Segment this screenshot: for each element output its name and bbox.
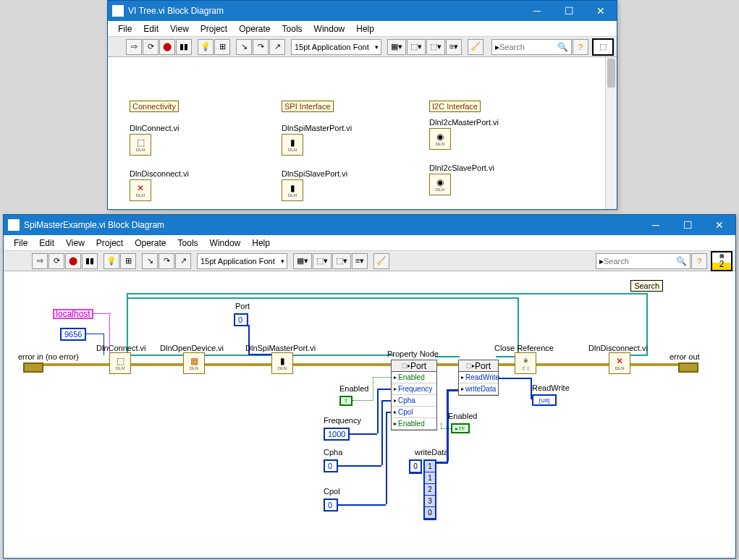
vi-dlnspimasterport[interactable]: ▮DLN [271, 352, 293, 374]
array-writedata[interactable]: 1 1 2 3 0 [423, 459, 436, 520]
align-button[interactable]: ▦▾ [293, 253, 312, 269]
constant-cpha[interactable]: 0 [324, 459, 338, 472]
step-out-button[interactable]: ↗ [175, 253, 191, 269]
constant-frequency[interactable]: 1000 [324, 428, 350, 441]
highlight-button[interactable]: 💡 [198, 39, 214, 55]
reorder-button[interactable]: ≡▾ [352, 253, 368, 269]
menu-edit[interactable]: Edit [138, 22, 164, 35]
vi-dlnconnect[interactable]: ⬚DLN [109, 352, 131, 374]
menu-file[interactable]: File [112, 22, 138, 35]
indicator-enabled[interactable]: ▸TF [451, 423, 470, 433]
prop-cpha[interactable]: Cpha [392, 395, 436, 407]
step-over-button[interactable]: ↷ [253, 39, 269, 55]
menu-window[interactable]: Window [308, 22, 351, 35]
vi-dlnconnect[interactable]: ⬚DLN [130, 134, 151, 156]
prop-enabled[interactable]: Enabled [392, 372, 436, 383]
constant-cpol[interactable]: 0 [324, 499, 338, 512]
run-button[interactable]: ⇨ [126, 39, 142, 55]
search-input[interactable] [604, 257, 676, 266]
search-box[interactable]: ▸🔍 [491, 39, 572, 55]
menu-operate[interactable]: Operate [233, 22, 276, 35]
prop-enabled2[interactable]: Enabled [392, 418, 436, 430]
menu-edit[interactable]: Edit [33, 237, 60, 250]
icon-editor[interactable]: ▦2 [711, 251, 732, 271]
menu-window[interactable]: Window [204, 237, 247, 250]
vi-spimasterport[interactable]: ▮DLN [282, 134, 303, 156]
titlebar[interactable]: ⬚ VI Tree.vi Block Diagram ─ ☐ ✕ [108, 1, 617, 21]
icon-editor[interactable]: ⬚ [592, 38, 614, 56]
cleanup-button[interactable]: 🧹 [373, 253, 389, 269]
step-in-button[interactable]: ↘ [142, 253, 158, 269]
align-button[interactable]: ▦▾ [387, 39, 406, 55]
run-cont-button[interactable]: ⟳ [143, 39, 159, 55]
scrollbar-thumb[interactable] [607, 59, 615, 88]
menu-project[interactable]: Project [195, 22, 233, 35]
retain-button[interactable]: ⊞ [214, 39, 230, 55]
search-box[interactable]: ▸🔍 [596, 253, 691, 269]
menu-project[interactable]: Project [90, 237, 129, 250]
menu-view[interactable]: View [164, 22, 195, 35]
resize-button[interactable]: ⬚▾ [332, 253, 351, 269]
maximize-button[interactable]: ☐ [553, 1, 585, 21]
run-cont-button[interactable]: ⟳ [48, 253, 64, 269]
vi-dlndisconnect[interactable]: ✕DLN [609, 352, 630, 374]
indicator-readwrite[interactable]: [U8] [532, 394, 557, 406]
constant-port[interactable]: 0 [234, 313, 248, 326]
vi-dlnopendevice[interactable]: ▦DLN [183, 352, 205, 374]
resize-button[interactable]: ⬚▾ [426, 39, 445, 55]
menu-file[interactable]: File [8, 237, 33, 250]
constant-localhost[interactable]: localhost [53, 309, 93, 319]
distribute-button[interactable]: ⬚▾ [313, 253, 332, 269]
pause-button[interactable]: ▮▮ [82, 253, 98, 269]
menu-help[interactable]: Help [350, 22, 380, 35]
distribute-button[interactable]: ⬚▾ [407, 39, 426, 55]
prop-frequency[interactable]: Frequency [392, 383, 436, 395]
minimize-button[interactable]: ─ [640, 215, 672, 235]
pause-button[interactable]: ▮▮ [176, 39, 192, 55]
menu-tools[interactable]: Tools [276, 22, 308, 35]
abort-button[interactable]: ⬤ [65, 253, 81, 269]
menu-help[interactable]: Help [246, 237, 276, 250]
menu-operate[interactable]: Operate [129, 237, 172, 250]
titlebar[interactable]: ⬚ SpiMasterExample.vi Block Diagram ─ ☐ … [4, 215, 735, 235]
scrollbar-vertical[interactable] [605, 57, 617, 209]
block-diagram-canvas[interactable]: Search localhost 9656 error in (no error… [4, 271, 735, 558]
terminal-error-in[interactable] [23, 362, 43, 373]
close-button[interactable]: ✕ [585, 1, 617, 21]
help-button[interactable]: ? [691, 253, 707, 269]
wire [386, 412, 387, 504]
cleanup-button[interactable]: 🧹 [468, 39, 483, 55]
search-input[interactable] [499, 43, 557, 51]
abort-button[interactable]: ⬤ [159, 39, 175, 55]
prop-cpol[interactable]: Cpol [392, 407, 436, 418]
minimize-button[interactable]: ─ [521, 1, 553, 21]
step-over-button[interactable]: ↷ [159, 253, 174, 269]
font-selector[interactable]: 15pt Application Font [291, 39, 381, 55]
run-button[interactable]: ⇨ [32, 253, 48, 269]
font-selector[interactable]: 15pt Application Font [197, 253, 287, 269]
highlight-button[interactable]: 💡 [104, 253, 119, 269]
close-button[interactable]: ✕ [704, 215, 735, 235]
constant-9656[interactable]: 9656 [60, 328, 86, 341]
vi-i2cmasterport[interactable]: ◉DLN [429, 128, 451, 150]
maximize-button[interactable]: ☐ [672, 215, 704, 235]
retain-button[interactable]: ⊞ [120, 253, 136, 269]
menu-view[interactable]: View [60, 237, 90, 250]
vi-dlndisconnect[interactable]: ✕DLN [130, 179, 151, 201]
vi-closeref[interactable]: ※C ▯ [515, 352, 536, 374]
array-index[interactable]: 0 [409, 459, 422, 474]
prop-writedata[interactable]: writeData [459, 383, 498, 395]
help-button[interactable]: ? [573, 39, 588, 55]
vi-i2cslaveport[interactable]: ◉DLN [429, 174, 451, 195]
property-node-1[interactable]: ⬚▸ Port Enabled Frequency Cpha Cpol Enab… [391, 360, 437, 430]
step-in-button[interactable]: ↘ [236, 39, 252, 55]
prop-readwrite[interactable]: ReadWrite [459, 372, 498, 383]
vi-spislaveport[interactable]: ▮DLN [282, 179, 303, 201]
step-out-button[interactable]: ↗ [269, 39, 285, 55]
block-diagram-canvas[interactable]: Connectivity SPI Interface I2C Interface… [108, 57, 617, 209]
constant-enabled-true[interactable]: T [339, 396, 352, 406]
menu-tools[interactable]: Tools [172, 237, 204, 250]
reorder-button[interactable]: ≡▾ [446, 39, 462, 55]
terminal-error-out[interactable] [678, 362, 698, 373]
property-node-2[interactable]: ⬚▸ Port ReadWrite writeData [458, 360, 499, 396]
